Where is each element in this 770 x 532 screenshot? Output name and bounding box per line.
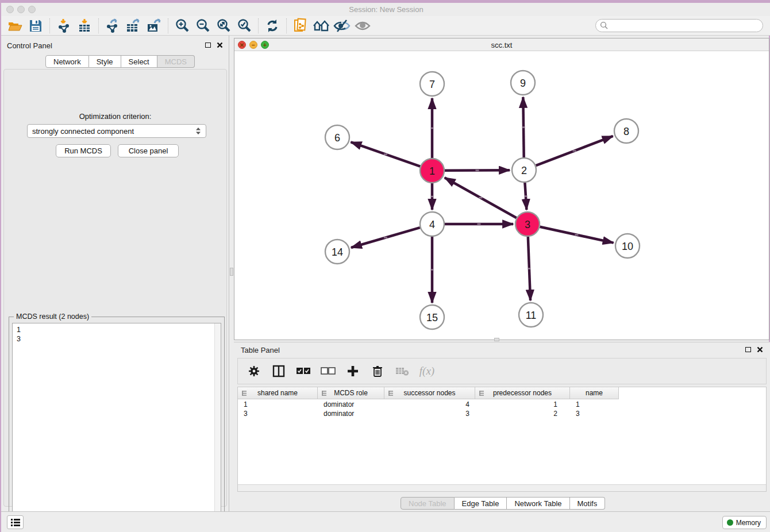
search-box[interactable] bbox=[595, 19, 763, 32]
graph-svg: 1234678910111415 bbox=[234, 51, 769, 340]
table-panel-title: Table Panel bbox=[241, 346, 280, 354]
close-panel-icon[interactable] bbox=[217, 42, 223, 48]
tab-edge-table[interactable]: Edge Table bbox=[455, 497, 507, 510]
close-panel-button[interactable]: Close panel bbox=[118, 144, 179, 157]
refresh-button[interactable] bbox=[262, 17, 283, 34]
attribute-icon bbox=[241, 390, 248, 396]
export-network-button[interactable] bbox=[102, 17, 123, 34]
toolbar-separator bbox=[258, 18, 259, 33]
memory-button[interactable]: Memory bbox=[722, 516, 767, 529]
add-column-button[interactable] bbox=[345, 363, 361, 379]
col-header-predecessor-nodes[interactable]: predecessor nodes bbox=[475, 387, 570, 399]
tab-style[interactable]: Style bbox=[89, 55, 121, 68]
import-table-button[interactable] bbox=[74, 17, 95, 34]
graph-node-label-4: 4 bbox=[429, 219, 435, 230]
zoom-selected-button[interactable] bbox=[234, 17, 255, 34]
zoom-in-button[interactable] bbox=[172, 17, 192, 34]
edge-label-mark bbox=[573, 150, 576, 151]
export-image-icon bbox=[146, 18, 162, 33]
delete-column-button[interactable] bbox=[369, 363, 386, 379]
hide-selected-button[interactable] bbox=[332, 17, 352, 34]
node-table[interactable]: shared name MCDS role successor nodes pr… bbox=[237, 387, 767, 492]
memory-status-icon bbox=[727, 519, 733, 526]
export-table-icon bbox=[125, 18, 141, 33]
first-neighbors-button[interactable] bbox=[311, 17, 332, 34]
checked-boxes-icon bbox=[296, 367, 311, 375]
task-history-button[interactable] bbox=[7, 515, 24, 529]
show-all-button[interactable] bbox=[352, 17, 373, 34]
col-header-mcds-role[interactable]: MCDS role bbox=[318, 387, 384, 399]
graph-node-label-3: 3 bbox=[525, 219, 530, 230]
cell-mcds-role[interactable]: dominator bbox=[318, 409, 384, 418]
float-table-panel-icon[interactable] bbox=[745, 347, 751, 352]
tab-mcds[interactable]: MCDS bbox=[157, 55, 195, 68]
open-file-button[interactable] bbox=[5, 17, 25, 34]
cell-shared-name[interactable]: 1 bbox=[238, 400, 318, 409]
columns-icon bbox=[272, 365, 285, 377]
cell-successor-nodes[interactable]: 3 bbox=[384, 409, 475, 418]
toolbar-separator bbox=[49, 18, 50, 33]
export-table-button[interactable] bbox=[123, 17, 144, 34]
network-window-titlebar[interactable]: ✕ − + scc.txt bbox=[234, 38, 769, 51]
edge-label-mark bbox=[430, 269, 434, 270]
toolbar-separator bbox=[286, 18, 287, 33]
export-image-button[interactable] bbox=[144, 17, 164, 34]
task-list-icon bbox=[10, 518, 21, 527]
cell-predecessor-nodes[interactable]: 1 bbox=[475, 400, 570, 409]
search-input[interactable] bbox=[609, 21, 763, 31]
tab-network-table[interactable]: Network Table bbox=[507, 497, 569, 510]
panel-resize-handle[interactable] bbox=[230, 268, 233, 276]
edge-label-mark bbox=[430, 196, 434, 197]
edge-label-mark bbox=[384, 237, 387, 238]
cell-predecessor-nodes[interactable]: 2 bbox=[475, 409, 570, 418]
table-toolbar: f(x) bbox=[237, 358, 767, 384]
table-row[interactable]: 1 dominator 4 1 1 bbox=[238, 400, 619, 409]
attribute-icon bbox=[321, 390, 328, 396]
optimization-criterion-select[interactable]: strongly connected component bbox=[27, 124, 206, 138]
edge-label-mark bbox=[430, 128, 434, 129]
window-title: Session: New Session bbox=[1, 5, 770, 14]
tab-node-table[interactable]: Node Table bbox=[401, 497, 455, 510]
open-folder-icon bbox=[7, 19, 22, 33]
cell-mcds-role[interactable]: dominator bbox=[318, 400, 384, 409]
table-horizontal-scrollbar[interactable] bbox=[238, 484, 766, 491]
result-scrollbar[interactable] bbox=[214, 323, 221, 532]
split-resize-handle[interactable] bbox=[494, 338, 499, 341]
graph-node-label-7: 7 bbox=[429, 79, 435, 90]
graph-node-label-1: 1 bbox=[429, 165, 435, 177]
toolbar-separator bbox=[98, 18, 99, 33]
tab-network[interactable]: Network bbox=[45, 55, 89, 68]
tab-select[interactable]: Select bbox=[121, 55, 157, 68]
cell-shared-name[interactable]: 3 bbox=[238, 409, 318, 418]
trash-icon bbox=[372, 365, 383, 377]
tab-motifs[interactable]: Motifs bbox=[570, 497, 606, 510]
table-row[interactable]: 3 dominator 3 2 3 bbox=[238, 409, 619, 418]
col-header-successor-nodes[interactable]: successor nodes bbox=[384, 387, 475, 399]
optimization-criterion-label: Optimization criterion: bbox=[4, 112, 226, 121]
import-network-button[interactable] bbox=[53, 17, 74, 34]
function-builder-button-disabled: f(x) bbox=[419, 363, 435, 379]
column-layout-button[interactable] bbox=[271, 363, 287, 379]
run-mcds-button[interactable]: Run MCDS bbox=[56, 144, 111, 157]
zoom-out-button[interactable] bbox=[192, 17, 213, 34]
import-table-icon bbox=[77, 18, 92, 33]
float-panel-icon[interactable] bbox=[205, 43, 211, 48]
copy-network-button[interactable] bbox=[290, 17, 311, 34]
col-header-name[interactable]: name bbox=[570, 387, 619, 399]
save-session-button[interactable] bbox=[25, 17, 46, 34]
table-settings-button[interactable] bbox=[246, 363, 262, 379]
cell-name[interactable]: 1 bbox=[570, 400, 619, 409]
col-header-shared-name[interactable]: shared name bbox=[238, 387, 318, 399]
control-panel-tabs: Network Style Select MCDS bbox=[45, 55, 195, 68]
network-canvas[interactable]: 1234678910111415 bbox=[234, 51, 769, 340]
cell-successor-nodes[interactable]: 4 bbox=[384, 400, 475, 409]
deselect-all-columns-button[interactable] bbox=[320, 363, 336, 379]
zoom-fit-icon bbox=[216, 18, 231, 33]
close-table-panel-icon[interactable] bbox=[757, 346, 763, 353]
mcds-result-area[interactable]: 1 3 bbox=[12, 323, 221, 532]
mcds-result-group: MCDS result (2 nodes) 1 3 bbox=[9, 317, 225, 532]
zoom-fit-button[interactable] bbox=[213, 17, 234, 34]
select-all-columns-button[interactable] bbox=[295, 363, 311, 379]
cell-name[interactable]: 3 bbox=[570, 409, 619, 418]
mcds-tab-content: Optimization criterion: strongly connect… bbox=[3, 69, 227, 507]
